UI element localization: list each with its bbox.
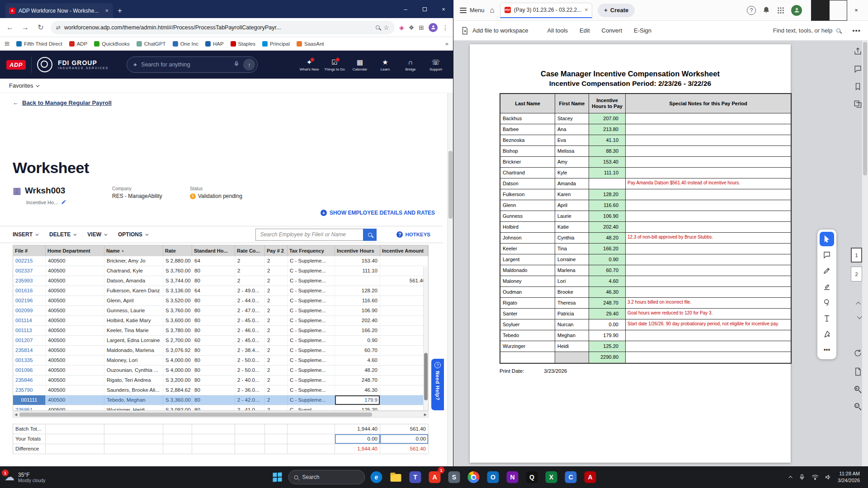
- totals-amount[interactable]: 0.00: [380, 434, 429, 444]
- cell-incentive-hours[interactable]: 128.20: [335, 286, 380, 296]
- cell-pay-2[interactable]: 2: [265, 375, 288, 385]
- cell-rate[interactable]: S 4,000.00: [163, 356, 192, 365]
- bookmark-item[interactable]: Principal: [262, 41, 290, 47]
- highlighter-tool-button[interactable]: [820, 279, 834, 294]
- cell-standard-hours[interactable]: 80: [192, 346, 235, 355]
- cell-pay-2[interactable]: 2: [265, 316, 288, 325]
- cell-pay-2[interactable]: 2: [265, 366, 288, 375]
- cell-incentive-hours[interactable]: 60.70: [335, 346, 380, 355]
- cell-home-department[interactable]: 400500: [46, 366, 104, 375]
- table-row[interactable]: 002215 400500 Brickner, Amy Jo S 2,880.0…: [13, 256, 428, 266]
- table-row[interactable]: 001096 400500 Ouzounian, Cynthia ... S 4…: [13, 366, 428, 375]
- add-text-tool-button[interactable]: [820, 311, 834, 325]
- url-text[interactable]: workforcenow.adp.com/theme/admin.html#/P…: [64, 24, 372, 31]
- pdf-menu-item[interactable]: Edit: [580, 27, 590, 34]
- page-thumbnail-1[interactable]: 1: [851, 248, 862, 263]
- bookmark-item[interactable]: QuickBooks: [94, 41, 129, 47]
- totals-hours[interactable]: 1,944.40: [335, 444, 380, 454]
- cell-rate[interactable]: S 3,780.00: [163, 326, 192, 335]
- taskbar-app-icon[interactable]: O: [485, 468, 501, 486]
- table-row[interactable]: 235951 400500 Wurzinger, Heidi... S 3,09…: [13, 405, 428, 410]
- grid-menu-button[interactable]: VIEW: [87, 231, 106, 238]
- cell-file-number[interactable]: 235814: [13, 346, 46, 355]
- cell-rate-code[interactable]: 2 - 50.0...: [235, 366, 265, 375]
- cell-file-number[interactable]: 001207: [13, 336, 46, 345]
- cell-incentive-hours[interactable]: 166.20: [335, 326, 380, 335]
- cell-file-number[interactable]: 235993: [13, 276, 46, 286]
- cell-rate-code[interactable]: 2 - 41.0...: [235, 405, 265, 410]
- cell-home-department[interactable]: 400500: [46, 385, 104, 395]
- bookmark-item[interactable]: ChatGPT: [137, 41, 166, 47]
- fit-page-icon[interactable]: [854, 367, 862, 376]
- cell-incentive-hours[interactable]: 106.90: [335, 306, 380, 315]
- cell-name[interactable]: Glenn, April: [104, 296, 163, 305]
- cell-tax-frequency[interactable]: C - Suppl...: [288, 405, 335, 410]
- cell-file-number[interactable]: 235790: [13, 385, 46, 395]
- cell-tax-frequency[interactable]: C - Suppleme...: [288, 296, 335, 305]
- table-row[interactable]: 235790 400500 Saunders, Brooke Ali... S …: [13, 385, 428, 395]
- taskbar-app-icon[interactable]: X: [543, 468, 560, 486]
- cell-file-number[interactable]: 002099: [13, 306, 46, 315]
- cell-rate-code[interactable]: 2 - 40.0...: [235, 375, 265, 385]
- cell-name[interactable]: Gunness, Laurie: [104, 306, 163, 315]
- grid-menu-button[interactable]: INSERT: [13, 231, 38, 238]
- table-row[interactable]: 002337 400500 Chartrand, Kyle S 3,760.00…: [13, 266, 428, 276]
- pdf-menu-item[interactable]: E-Sign: [634, 27, 651, 34]
- cell-incentive-hours[interactable]: 4.60: [335, 356, 380, 365]
- cell-rate-code[interactable]: 2 - 45.0...: [235, 316, 265, 325]
- cell-pay-2[interactable]: 2: [265, 256, 288, 266]
- cell-home-department[interactable]: 400500: [46, 326, 104, 335]
- volume-icon[interactable]: [825, 474, 832, 481]
- cell-tax-frequency[interactable]: C - Suppleme...: [288, 326, 335, 335]
- profile-avatar[interactable]: [429, 23, 438, 32]
- grid-column-header[interactable]: Rate: [163, 245, 192, 256]
- cell-pay-2[interactable]: 2: [265, 326, 288, 335]
- cell-incentive-amount[interactable]: [380, 256, 428, 266]
- cell-standard-hours[interactable]: 80: [192, 385, 235, 395]
- cell-tax-frequency[interactable]: C - Suppleme...: [288, 266, 335, 276]
- cell-rate-code[interactable]: 2 - 42.0...: [235, 395, 265, 405]
- cell-rate[interactable]: S 3,760.00: [163, 266, 192, 276]
- cell-incentive-hours[interactable]: 125.20: [335, 405, 380, 410]
- tab-close-icon[interactable]: ×: [104, 7, 109, 14]
- cell-standard-hours[interactable]: 80: [192, 405, 235, 410]
- back-icon[interactable]: ←: [5, 23, 15, 32]
- cell-standard-hours[interactable]: 80: [192, 395, 235, 405]
- taskbar-clock[interactable]: 11:28 AM 3/24/2026: [838, 470, 860, 484]
- cell-incentive-amount[interactable]: [380, 326, 428, 335]
- cell-home-department[interactable]: 400500: [46, 276, 104, 286]
- cell-name[interactable]: Maloney, Lori: [104, 356, 163, 365]
- cell-name[interactable]: Chartrand, Kyle: [104, 266, 163, 276]
- cell-home-department[interactable]: 400500: [46, 316, 104, 325]
- cell-rate[interactable]: S 3,600.00: [163, 316, 192, 325]
- browser-tab[interactable]: A ADP Workforce Now - Workshe... ×: [5, 3, 113, 18]
- cell-file-number[interactable]: 001335: [13, 356, 46, 365]
- cell-home-department[interactable]: 400500: [46, 286, 104, 296]
- cell-rate[interactable]: S 3,200.00: [163, 375, 192, 385]
- taskbar-app-icon[interactable]: e: [368, 468, 385, 486]
- page-thumbnail-2[interactable]: 2: [851, 267, 862, 282]
- notifications-bell-icon[interactable]: [762, 6, 770, 14]
- grid-menu-button[interactable]: OPTIONS: [118, 231, 147, 238]
- adp-nav-item[interactable]: ▦ Calendar: [349, 58, 371, 71]
- grid-column-header[interactable]: Incentive Amount: [380, 245, 428, 256]
- cell-pay-2[interactable]: 2: [265, 276, 288, 286]
- taskbar-app-icon[interactable]: Q: [524, 468, 540, 486]
- edit-pencil-icon[interactable]: [61, 199, 66, 206]
- adp-nav-item[interactable]: ★ Learn: [374, 58, 396, 71]
- table-row[interactable]: 001114 400500 Holbird, Katie Mary S 3,60…: [13, 316, 428, 326]
- cell-name[interactable]: Brickner, Amy Jo: [104, 256, 163, 266]
- cell-file-number[interactable]: 001111: [13, 395, 46, 405]
- page-thumbnails-icon[interactable]: [854, 100, 862, 108]
- cell-rate[interactable]: S 3,744.00: [163, 276, 192, 286]
- cell-rate-code[interactable]: 2 - 50.0...: [235, 356, 265, 365]
- cell-incentive-amount[interactable]: [380, 306, 428, 315]
- tray-expand-icon[interactable]: [788, 476, 792, 479]
- cell-standard-hours[interactable]: 80: [192, 375, 235, 385]
- pdf-minimize-button[interactable]: [811, 0, 829, 21]
- browser-essentials-icon[interactable]: ◈: [399, 24, 404, 31]
- pdf-scrollbar[interactable]: [862, 41, 868, 466]
- sticky-note-tool-button[interactable]: [820, 248, 834, 262]
- grid-column-header[interactable]: Pay # 2: [265, 245, 288, 256]
- cell-standard-hours[interactable]: 80: [192, 356, 235, 365]
